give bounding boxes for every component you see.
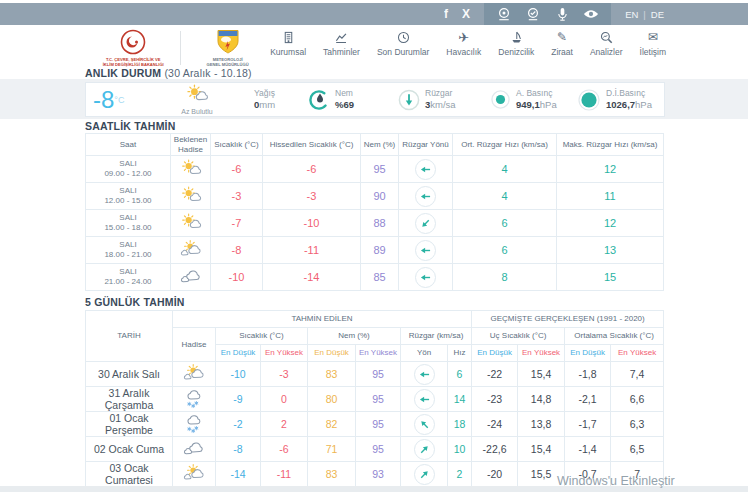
wind-direction-cell	[399, 264, 453, 291]
ministry-logo[interactable]: T.C. ÇEVRE, ŞEHİRCİLİK VE İKLİM DEĞİŞİKL…	[96, 29, 170, 69]
magnifier-icon	[600, 30, 613, 44]
current-temperature: -8°C	[93, 83, 124, 116]
wind-speed-cell: 2	[448, 462, 472, 487]
app-badge-2-icon[interactable]	[525, 6, 541, 22]
nav-item-kurumsal[interactable]: Kurumsal	[270, 30, 306, 57]
avg-wind-cell: 6	[453, 210, 557, 237]
extreme-min-cell: -24	[472, 412, 518, 437]
hum-max-header: En Yüksek	[356, 345, 401, 362]
hum-max-cell: 93	[356, 462, 401, 487]
temperature-cell: -8	[211, 237, 263, 264]
nav-item-denizcilik[interactable]: Denizcilik	[498, 30, 534, 57]
ext-min-header: En Düşük	[472, 345, 518, 362]
col-ort-hiz: Ort. Rüzgar Hızı (km/sa)	[453, 134, 557, 156]
hum-max-cell: 95	[356, 437, 401, 462]
extreme-min-cell: -22,6	[472, 437, 518, 462]
col-sicaklik: Sıcaklık (°C)	[211, 134, 263, 156]
hourly-header-row: Saat Beklenen Hadise Sıcaklık (°C) Hisse…	[86, 134, 664, 156]
current-condition: Az Bulutlu	[166, 83, 228, 116]
wind-speed-cell: 6	[448, 362, 472, 387]
hum-max-cell: 95	[356, 362, 401, 387]
hour-range: SALI12.00 - 15.00	[86, 183, 171, 210]
col-tarih: TARİH	[86, 311, 173, 362]
temp-min-cell: -8	[216, 437, 261, 462]
topbar-icon-box	[484, 3, 611, 25]
feels-like-cell: -10	[263, 210, 361, 237]
pressure-dot-icon	[491, 90, 510, 109]
building-icon	[282, 30, 295, 44]
cloud-snow-icon	[182, 414, 206, 434]
daily-section-title: 5 GÜNLÜK TAHMİN	[85, 296, 185, 308]
spd-header: Hız	[448, 345, 472, 362]
temperature-cell: -10	[211, 264, 263, 291]
col-hissedilen: Hissedilen Sıcaklık (°C)	[263, 134, 361, 156]
col-hadise: Hadise	[173, 328, 216, 362]
nav-item-son-durumlar[interactable]: Son Durumlar	[377, 30, 429, 57]
main-nav: KurumsalTahminlerSon Durumlar✈HavacılıkD…	[270, 30, 666, 57]
weather-icon-cell	[171, 156, 211, 183]
nav-item-i-leti-im[interactable]: ✉İletişim	[640, 30, 666, 57]
x-twitter-icon[interactable]: X	[462, 7, 470, 21]
daily-row: 30 Aralık Salı-10-383956-2215,4-1,87,4	[86, 362, 664, 387]
wind-direction-cell	[399, 237, 453, 264]
mgm-logo[interactable]: METEOROLOJİ GENEL MÜDÜRLÜĞÜ	[191, 29, 265, 69]
ext-max-header: En Yüksek	[518, 345, 565, 362]
pencil-icon: ✎	[557, 30, 567, 44]
hourly-row: SALI12.00 - 15.00-3-390411	[86, 183, 664, 210]
nav-item-ziraat[interactable]: ✎Ziraat	[551, 30, 573, 57]
humidity-cell: 89	[361, 237, 399, 264]
wind-direction-ne-icon	[414, 464, 435, 485]
sun-clouds-icon	[179, 240, 203, 260]
feels-like-cell: -6	[263, 156, 361, 183]
hum-min-cell: 82	[308, 412, 356, 437]
temp-min-cell: -10	[216, 362, 261, 387]
sun-cloud-icon	[179, 213, 203, 233]
nav-item-havac-l-k[interactable]: ✈Havacılık	[446, 30, 481, 57]
wind-direction-nw-icon	[414, 414, 435, 435]
extreme-min-cell: -20	[472, 462, 518, 487]
feels-like-cell: -14	[263, 264, 361, 291]
hum-min-cell: 83	[308, 362, 356, 387]
extreme-min-cell: -22	[472, 362, 518, 387]
eye-icon[interactable]	[583, 6, 599, 22]
weather-icon-cell	[173, 362, 216, 387]
average-max-cell: 6,6	[611, 387, 664, 412]
extreme-max-cell: 15,4	[518, 362, 565, 387]
feels-like-cell: -11	[263, 237, 361, 264]
wind-direction-cell	[401, 462, 448, 487]
hour-range: SALI18.00 - 21.00	[86, 237, 171, 264]
wind-direction-w-icon	[414, 389, 435, 410]
wind-direction-w-icon	[414, 364, 435, 385]
group-forecast: TAHMİN EDİLEN	[173, 311, 472, 328]
average-max-cell: 6,5	[611, 437, 664, 462]
mgm-name: METEOROLOJİ GENEL MÜDÜRLÜĞÜ	[207, 57, 249, 67]
hum-min-cell: 71	[308, 437, 356, 462]
avg-wind-cell: 8	[453, 264, 557, 291]
windows-activation-watermark: Windows'u Etkinleştir	[557, 474, 675, 488]
weather-icon-cell	[171, 183, 211, 210]
logo-divider	[180, 31, 181, 65]
wind-direction-cell	[399, 156, 453, 183]
wind-direction-cell	[401, 362, 448, 387]
temperature-cell: -3	[211, 183, 263, 210]
actual-pressure: A. Basınç 949,1hPa	[491, 83, 557, 116]
daily-row: 02 Ocak Cuma-8-6719510-22,615,4-1,46,5	[86, 437, 664, 462]
sub-temp: Sıcaklık (°C)	[216, 328, 308, 345]
wind-direction-cell	[399, 183, 453, 210]
facebook-icon[interactable]: f	[444, 7, 448, 21]
temp-min-header: En Düşük	[216, 345, 261, 362]
daily-forecast-table: TARİH TAHMİN EDİLEN GEÇMİŞTE GERÇEKLEŞEN…	[85, 310, 664, 487]
wind-direction-w-icon	[415, 186, 436, 207]
col-maks-hiz: Maks. Rüzgar Hızı (km/sa)	[557, 134, 664, 156]
max-wind-cell: 12	[557, 210, 664, 237]
app-badge-1-icon[interactable]	[496, 6, 512, 22]
microphone-icon[interactable]	[554, 6, 570, 22]
nav-item-analizler[interactable]: Analizler	[590, 30, 623, 57]
weather-icon-cell	[173, 412, 216, 437]
weather-icon-cell	[171, 210, 211, 237]
nav-item-tahminler[interactable]: Tahminler	[323, 30, 360, 57]
hum-max-cell: 95	[356, 412, 401, 437]
lang-de[interactable]: DE	[651, 9, 664, 20]
lang-en[interactable]: EN	[625, 9, 638, 20]
max-wind-cell: 13	[557, 237, 664, 264]
